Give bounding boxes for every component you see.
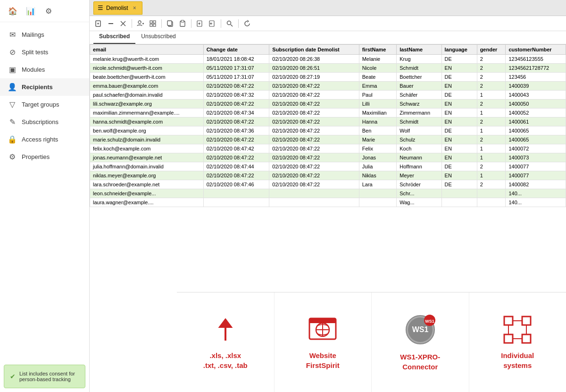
table-cell: lara.schroeder@example.net [90, 180, 204, 189]
paste-button[interactable] [177, 18, 188, 29]
sidebar-item-access-rights[interactable]: 🔒 Access rights [0, 131, 89, 148]
recipients-icon: 👤 [8, 83, 17, 92]
table-cell: 140... [506, 189, 566, 198]
table-cell: 02/10/2020 08:47:32 [203, 91, 269, 100]
table-row[interactable]: niklas.meyer@example.org02/10/2020 08:47… [90, 171, 566, 180]
table-cell: Boettcher [397, 73, 441, 82]
table-cell [269, 198, 359, 207]
person-add-button[interactable] [135, 18, 146, 29]
table-cell: marie.schulz@domain.invalid [90, 135, 204, 144]
sidebar-item-recipients[interactable]: 👤 Recipients [0, 78, 89, 96]
copy-button[interactable] [165, 18, 175, 29]
table-row[interactable]: leon.schneider@example...Schr...140... [90, 189, 566, 198]
tab-bar: ☰ Demolist × [90, 0, 566, 16]
mailings-icon: ✉ [8, 30, 17, 39]
table-cell: 12345621728772 [506, 64, 566, 73]
new-button[interactable] [93, 18, 104, 29]
table-row[interactable]: beate.boettcher@wuerth-it.com05/11/2020 … [90, 73, 566, 82]
gear-icon[interactable]: ⚙ [43, 6, 54, 16]
website-firstspirit-option[interactable]: WebsiteFirstSpirit [275, 292, 372, 392]
col-gender[interactable]: gender [477, 45, 506, 55]
table-row[interactable]: paul.schaefer@domain.invalid02/10/2020 0… [90, 91, 566, 100]
table-cell [441, 189, 477, 198]
table-row[interactable]: laura.wagner@example....Wag...140... [90, 198, 566, 207]
access-rights-icon: 🔒 [8, 135, 17, 144]
table-cell: Zimmermann [397, 108, 441, 117]
delete-button[interactable] [106, 18, 116, 29]
col-firstname[interactable]: firstName [359, 45, 397, 55]
table-cell: Schmidt [397, 64, 441, 73]
col-lastname[interactable]: lastName [397, 45, 441, 55]
svg-text:WS1: WS1 [412, 325, 428, 334]
close-button[interactable] [118, 18, 128, 29]
table-row[interactable]: lara.schroeder@example.net02/10/2020 08:… [90, 180, 566, 189]
col-language[interactable]: language [441, 45, 477, 55]
svg-rect-12 [153, 24, 156, 26]
sidebar-item-modules[interactable]: ▣ Modules [0, 61, 89, 78]
sidebar-item-mailings[interactable]: ✉ Mailings [0, 26, 89, 43]
table-cell: nicole.schmidt@wuerth-it.com [90, 64, 204, 73]
table-row[interactable]: felix.koch@example.com02/10/2020 08:47:4… [90, 144, 566, 153]
table-cell: 02/10/2020 08:47:34 [203, 108, 269, 117]
grid-button[interactable] [148, 18, 158, 29]
chart-icon[interactable]: 📊 [25, 6, 36, 16]
sidebar-item-target-groups[interactable]: ▽ Target groups [0, 96, 89, 113]
table-row[interactable]: jonas.neumann@example.net02/10/2020 08:4… [90, 153, 566, 162]
table-cell [477, 198, 506, 207]
table-cell: 1400065 [506, 135, 566, 144]
table-row[interactable]: marie.schulz@domain.invalid02/10/2020 08… [90, 135, 566, 144]
sidebar-item-subscriptions[interactable]: ✎ Subscriptions [0, 113, 89, 131]
table-cell: Wag... [397, 198, 441, 207]
table-row[interactable]: nicole.schmidt@wuerth-it.com05/11/2020 1… [90, 64, 566, 73]
table-cell: julia.hoffmann@domain.invalid [90, 162, 204, 171]
table-cell: 02/10/2020 08:47:22 [269, 153, 359, 162]
import-button[interactable] [195, 18, 205, 29]
table-cell: Nicole [359, 64, 397, 73]
demolist-tab[interactable]: ☰ Demolist × [93, 1, 142, 15]
tab-subscribed[interactable]: Subscribed [93, 31, 135, 44]
table-cell: EN [441, 100, 477, 108]
export-button[interactable] [207, 18, 217, 29]
table-cell: EN [441, 171, 477, 180]
search-button[interactable] [225, 18, 235, 29]
sidebar-item-split-tests[interactable]: ⊘ Split tests [0, 43, 89, 61]
table-cell: 2 [477, 64, 506, 73]
sidebar-item-label: Modules [22, 66, 45, 73]
individual-systems-icon [502, 315, 533, 345]
table-cell: hanna.schmidt@example.com [90, 117, 204, 126]
table-cell: 1400061 [506, 117, 566, 126]
table-cell [203, 198, 269, 207]
table-row[interactable]: melanie.krug@wuerth-it.com18/01/2021 18:… [90, 55, 566, 64]
tab-close-button[interactable]: × [133, 5, 136, 11]
col-customer-number[interactable]: customerNumber [506, 45, 566, 55]
tab-label: Demolist [106, 5, 128, 11]
col-sub-date[interactable]: Subscription date Demolist [269, 45, 359, 55]
file-import-option[interactable]: .xls, .xlsx.txt, .csv, .tab [177, 292, 275, 392]
table-cell: Wolf [397, 126, 441, 135]
table-cell: 02/10/2020 08:47:36 [203, 126, 269, 135]
col-email[interactable]: email [90, 45, 204, 55]
table-cell: 18/01/2021 18:08:42 [203, 55, 269, 64]
table-cell: Marie [359, 135, 397, 144]
table-row[interactable]: julia.hoffmann@domain.invalid02/10/2020 … [90, 162, 566, 171]
col-change-date[interactable]: Change date [203, 45, 269, 55]
table-cell [269, 189, 359, 198]
tab-unsubscribed[interactable]: Unsubscribed [135, 31, 181, 44]
sidebar-item-properties[interactable]: ⚙ Properties [0, 148, 89, 166]
table-cell: Hanna [359, 117, 397, 126]
table-header-row: email Change date Subscription date Demo… [90, 45, 566, 55]
table-row[interactable]: lili.schwarz@example.org02/10/2020 08:47… [90, 100, 566, 108]
table-cell: Koch [397, 144, 441, 153]
table-row[interactable]: maximilian.zimmermann@example....02/10/2… [90, 108, 566, 117]
table-row[interactable]: hanna.schmidt@example.com02/10/2020 08:4… [90, 117, 566, 126]
table-cell: Emma [359, 82, 397, 91]
table-row[interactable]: emma.bauer@example.com02/10/2020 08:47:2… [90, 82, 566, 91]
svg-rect-11 [150, 24, 152, 26]
table-cell: Schröder [397, 180, 441, 189]
individual-systems-option[interactable]: Individualsystems [469, 292, 566, 392]
ws1-xpro-option[interactable]: WS1 WS1 WS1-XPRO-Connector [372, 292, 469, 392]
refresh-button[interactable] [242, 18, 252, 29]
table-row[interactable]: ben.wolf@example.org02/10/2020 08:47:360… [90, 126, 566, 135]
home-icon[interactable]: 🏠 [8, 6, 18, 16]
table-cell: Melanie [359, 55, 397, 64]
